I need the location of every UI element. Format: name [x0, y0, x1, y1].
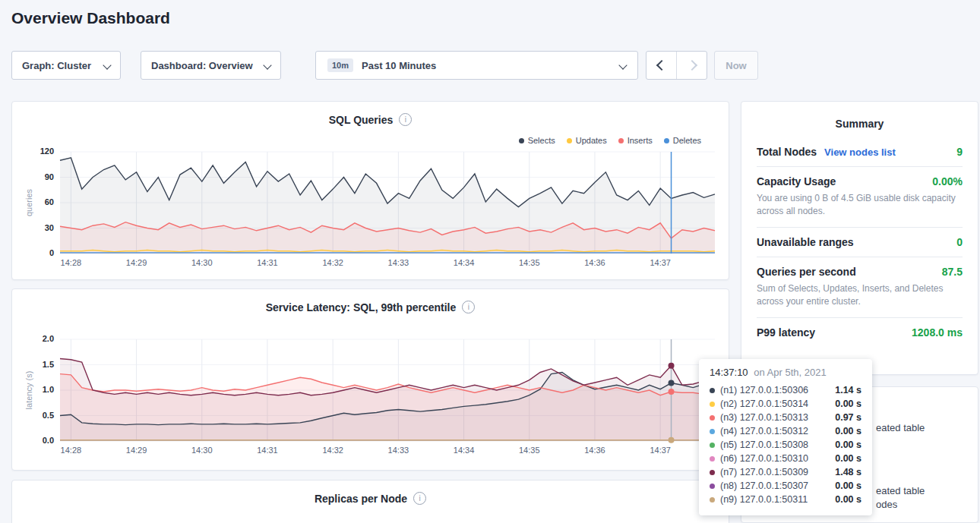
legend-label: Deletes: [673, 136, 701, 145]
chart-title: SQL Queries: [329, 114, 394, 126]
total-nodes-value: 9: [956, 146, 963, 158]
legend-item-inserts[interactable]: Inserts: [618, 136, 653, 145]
node-latency-value: 0.97 s: [835, 412, 861, 423]
summary-total-nodes-row: Total Nodes View nodes list 9: [757, 137, 963, 167]
tooltip-node-row: (n8) 127.0.0.1:503070.00 s: [710, 479, 861, 493]
legend-label: Selects: [528, 136, 555, 145]
unavailable-ranges-value: 0: [956, 236, 963, 248]
x-axis-tick: 14:37: [650, 446, 671, 455]
node-color-dot-icon: [710, 484, 715, 489]
time-range-badge: 10m: [327, 58, 353, 72]
x-axis-tick: 14:37: [650, 258, 671, 267]
node-color-dot-icon: [710, 402, 715, 407]
y-axis-tick: 0.5: [43, 411, 54, 420]
x-axis-tick: 14:35: [519, 258, 540, 267]
node-address: (n2) 127.0.0.1:50314: [720, 399, 808, 409]
x-axis-tick: 14:33: [388, 258, 409, 267]
summary-capacity-row: Capacity Usage 0.00% You are using 0 B o…: [757, 167, 963, 228]
now-button-label: Now: [726, 60, 746, 71]
x-axis-tick: 14:32: [322, 258, 343, 267]
chart-title: Service Latency: SQL, 99th percentile: [266, 301, 457, 313]
event-item-fragment[interactable]: eated table: [876, 485, 925, 496]
x-axis-tick: 14:36: [584, 258, 605, 267]
x-axis-tick: 14:35: [519, 446, 540, 455]
node-address: (n7) 127.0.0.1:50309: [720, 467, 808, 477]
event-item-fragment[interactable]: odes: [876, 499, 897, 510]
x-axis-tick: 14:34: [454, 258, 475, 267]
view-nodes-list-link[interactable]: View nodes list: [824, 147, 896, 158]
legend-item-deletes[interactable]: Deletes: [664, 136, 701, 145]
node-address: (n1) 127.0.0.1:50306: [720, 385, 808, 395]
queries-per-second-value: 87.5: [942, 266, 963, 278]
time-next-button[interactable]: [677, 52, 707, 79]
x-axis-tick: 14:31: [257, 446, 278, 455]
chevron-down-icon: [103, 61, 111, 69]
sql-queries-chart[interactable]: [60, 152, 715, 254]
overview-dashboard-page: Overview Dashboard Graph: Cluster Dashbo…: [0, 0, 980, 523]
node-latency-value: 0.00 s: [835, 453, 861, 464]
time-range-dropdown[interactable]: 10m Past 10 Minutes: [315, 51, 638, 80]
x-axis: 14:2814:2914:3014:3114:3214:3314:3414:35…: [60, 446, 715, 456]
node-color-dot-icon: [710, 497, 715, 503]
legend-item-updates[interactable]: Updates: [567, 136, 607, 145]
chart-legend: SelectsUpdatesInsertsDeletes: [519, 136, 701, 145]
dashboard-selector-dropdown[interactable]: Dashboard: Overview: [141, 51, 281, 80]
x-axis: 14:2814:2914:3014:3114:3214:3314:3414:35…: [60, 258, 715, 269]
capacity-usage-label: Capacity Usage: [757, 175, 836, 187]
node-address: (n8) 127.0.0.1:50307: [720, 480, 808, 491]
tooltip-node-row: (n2) 127.0.0.1:503140.00 s: [710, 397, 861, 411]
queries-per-second-label: Queries per second: [757, 266, 856, 278]
p99-latency-label: P99 latency: [757, 326, 815, 339]
node-latency-value: 0.00 s: [835, 440, 861, 450]
y-axis-tick: 30: [45, 223, 54, 232]
node-color-dot-icon: [710, 443, 715, 448]
tooltip-node-row: (n7) 127.0.0.1:503091.48 s: [710, 465, 861, 479]
graph-selector-dropdown[interactable]: Graph: Cluster: [11, 51, 121, 80]
tooltip-node-row: (n5) 127.0.0.1:503080.00 s: [710, 438, 861, 452]
legend-dot-icon: [664, 138, 669, 143]
event-item-fragment[interactable]: eated table: [876, 422, 925, 433]
info-icon[interactable]: i: [462, 301, 475, 313]
node-address: (n5) 127.0.0.1:50308: [720, 440, 808, 450]
tooltip-date: on Apr 5th, 2021: [754, 367, 826, 378]
legend-label: Updates: [576, 136, 607, 145]
sql-queries-chart-panel: SQL Queries i SelectsUpdatesInsertsDelet…: [11, 101, 729, 280]
x-axis-tick: 14:29: [126, 258, 147, 267]
x-axis-tick: 14:36: [584, 446, 605, 455]
info-icon[interactable]: i: [399, 113, 412, 126]
y-axis-tick: 2.0: [43, 334, 54, 343]
tooltip-time: 14:37:10: [710, 367, 748, 378]
tooltip-node-row: (n1) 127.0.0.1:503061.14 s: [710, 383, 861, 397]
node-color-dot-icon: [710, 429, 715, 434]
info-icon[interactable]: i: [413, 492, 426, 505]
replicas-per-node-chart-panel: Replicas per Node i: [11, 480, 729, 523]
node-address: (n3) 127.0.0.1:50313: [720, 412, 808, 423]
chevron-down-icon: [618, 61, 627, 69]
x-axis-tick: 14:29: [126, 446, 147, 455]
x-axis-tick: 14:31: [257, 258, 278, 267]
x-axis-tick: 14:28: [61, 446, 82, 455]
service-latency-chart[interactable]: [60, 339, 715, 441]
node-latency-value: 1.48 s: [835, 467, 861, 477]
time-prev-button[interactable]: [646, 52, 677, 79]
now-button[interactable]: Now: [714, 51, 758, 80]
x-axis-tick: 14:33: [388, 446, 409, 455]
capacity-usage-description: You are using 0 B of 4.5 GiB usable disk…: [757, 192, 963, 219]
legend-dot-icon: [519, 138, 524, 143]
tooltip-node-row: (n3) 127.0.0.1:503130.97 s: [710, 411, 861, 424]
node-latency-value: 0.00 s: [835, 426, 861, 436]
y-axis-tick: 120: [40, 147, 54, 156]
unavailable-ranges-label: Unavailable ranges: [757, 236, 854, 248]
tooltip-timestamp: 14:37:10 on Apr 5th, 2021: [710, 367, 861, 378]
node-address: (n4) 127.0.0.1:50312: [720, 426, 808, 436]
node-address: (n6) 127.0.0.1:50310: [720, 453, 808, 464]
total-nodes-label: Total Nodes: [757, 146, 817, 158]
legend-item-selects[interactable]: Selects: [519, 136, 555, 145]
x-axis-tick: 14:30: [191, 258, 213, 267]
summary-p99-row: P99 latency 1208.0 ms: [757, 318, 963, 347]
dashboard-selector-label: Dashboard: Overview: [151, 60, 253, 71]
y-axis-tick: 1.5: [43, 360, 54, 369]
legend-dot-icon: [618, 138, 624, 143]
y-axis-tick: 0: [49, 248, 54, 257]
node-color-dot-icon: [710, 415, 715, 421]
